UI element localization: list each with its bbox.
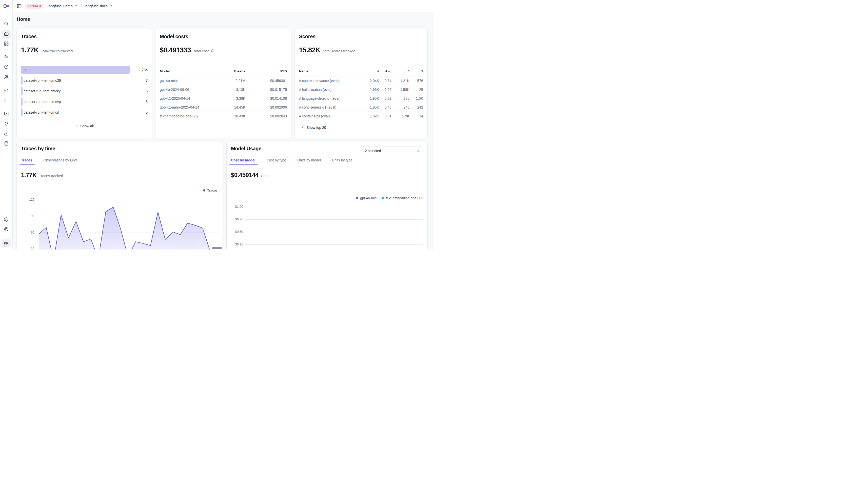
dashboard-grid-icon: [4, 41, 9, 47]
traces-tracked-label: Traces tracked: [39, 174, 63, 178]
legend-dot: [382, 197, 384, 199]
chevrons-up-down-icon: [416, 149, 420, 153]
tab-traces[interactable]: Traces: [20, 158, 35, 165]
sidebar-item-settings[interactable]: [2, 215, 11, 224]
model-costs-card: Model costs $0.491333 Total cost ModelTo…: [155, 29, 292, 138]
tab-cost-by-type[interactable]: Cost by type: [264, 158, 289, 165]
users-icon: [4, 74, 9, 81]
usage-cost-label: Cost: [261, 174, 269, 178]
bar: [21, 98, 23, 106]
sidebar: FK: [0, 0, 13, 250]
sidebar-item-tracing[interactable]: [2, 53, 11, 62]
sidebar-item-llm-as-a-judge[interactable]: [2, 120, 11, 129]
scores-table: Name#Avg01 # contextrelevance (eval)2.04…: [299, 69, 423, 120]
sidebar-item-datasets[interactable]: [2, 139, 11, 148]
table-row: gpt-4.1-nano-2025-04-1414.45K$0.002906: [160, 103, 287, 112]
sidebar-item-sessions[interactable]: [2, 63, 11, 72]
table-row: # conciseness-v1 (eval)1.95K0.48240242: [299, 103, 423, 112]
usage-line-series: [246, 202, 423, 250]
list-item: qa 1,736: [21, 66, 147, 74]
list-item: dataset-run-item-cmcjf 5: [21, 108, 147, 117]
traces-total: 1.77K: [21, 46, 39, 54]
sidebar-item-search[interactable]: [2, 20, 11, 29]
clock-icon: [4, 64, 9, 70]
breadcrumb-separator: /: [81, 3, 82, 9]
database-icon: [4, 141, 9, 147]
user-avatar[interactable]: FK: [2, 239, 11, 247]
traces-tracked: 1.77K: [21, 172, 37, 179]
list-item: dataset-run-item-cmc29 7: [21, 76, 147, 85]
list-item: dataset-run-item-cmcvp 5: [21, 98, 147, 106]
show-all-button[interactable]: Show all: [75, 124, 94, 128]
tab-units-by-type[interactable]: Units by type: [330, 158, 355, 165]
model-filter-select[interactable]: 2 selected: [361, 146, 423, 155]
sidebar-item-evaluation[interactable]: [2, 110, 11, 119]
tab-observations-by-level[interactable]: Observations by Level: [41, 158, 81, 165]
tab-cost-by-model[interactable]: Cost by model: [229, 158, 258, 165]
total-cost: $0.491333: [160, 46, 191, 54]
traces-by-time-chart: 120 90 60 30: [21, 195, 217, 250]
percent-card-icon: [4, 111, 9, 117]
traces-total-label: Total traces tracked: [41, 49, 73, 53]
traces-area-series: [39, 195, 217, 250]
clipboard-pen-icon: [4, 131, 9, 137]
search-icon: [4, 21, 9, 27]
bar: [21, 76, 23, 85]
card-title: Traces: [21, 34, 147, 39]
topbar: PROD-EU Langfuse Demo / langfuse-docs: [13, 0, 434, 12]
table-row: gpt-4o-mini2.21M$0.456301: [160, 76, 287, 85]
scores-total: 15.82K: [299, 46, 320, 54]
total-cost-label: Total cost: [193, 49, 209, 53]
usage-cost: $0.459144: [231, 172, 259, 179]
terminal-icon: [4, 98, 9, 104]
chevron-down-icon: [109, 4, 112, 8]
table-row: text-embedding-ada-00228.43K$0.002843: [160, 112, 287, 120]
sidebar-item-annotation-queues[interactable]: [2, 130, 11, 139]
table-row: # contains-pii (eval)1.92K0.011.9K14: [299, 112, 423, 120]
sidebar-item-playground[interactable]: [2, 96, 11, 106]
sidebar-item-users[interactable]: [2, 73, 11, 82]
project-switcher[interactable]: langfuse-docs: [85, 4, 112, 8]
sidebar-item-support[interactable]: [2, 225, 11, 234]
traces-bar-list: qa 1,736 dataset-run-item-cmc29 7 datase…: [21, 66, 147, 119]
legend-dot: [356, 197, 358, 199]
table-row: # language-detector (eval)1.95K0.823551.…: [299, 94, 423, 103]
horizontal-scrollbar-thumb[interactable]: [212, 247, 222, 249]
main-column: PROD-EU Langfuse Demo / langfuse-docs Ho…: [13, 0, 434, 250]
list-tree-icon: [4, 54, 9, 60]
table-row: # contextrelevance (eval)2.04K0.341.21K5…: [299, 76, 423, 85]
tab-units-by-model[interactable]: Units by model: [295, 158, 323, 165]
list-item: dataset-run-item-cmcky 5: [21, 87, 147, 95]
legend-dot: [203, 189, 205, 192]
table-header: Name#Avg01: [299, 69, 423, 76]
sidebar-item-dashboards[interactable]: [2, 39, 11, 49]
chevron-down-icon: [75, 124, 78, 128]
card-title: Traces by time: [21, 146, 217, 151]
traces-card: Traces 1.77K Total traces tracked qa 1,7…: [16, 29, 152, 138]
sidebar-item-prompts[interactable]: [2, 87, 11, 96]
org-switcher[interactable]: Langfuse Demo: [47, 4, 77, 8]
file-code-icon: [4, 88, 9, 94]
show-top-20-button[interactable]: Show top 20: [301, 125, 326, 130]
bar: [21, 108, 23, 117]
page-title: Home: [17, 16, 30, 22]
table-row: # hallucination (eval)1.96K0.051.58K25: [299, 85, 423, 94]
lifebuoy-icon: [4, 227, 9, 233]
panel-left-toggle-icon[interactable]: [17, 3, 22, 9]
sidebar-item-home[interactable]: [2, 29, 11, 39]
chart-legend: Traces: [203, 188, 217, 192]
model-usage-tabs: Cost by model Cost by type Units by mode…: [231, 158, 423, 165]
home-icon: [4, 31, 9, 37]
traces-by-time-card: Traces by time Traces Observations by Le…: [16, 141, 222, 250]
chevron-down-icon: [74, 4, 78, 8]
model-costs-table: ModelTokensUSD gpt-4o-mini2.21M$0.456301…: [160, 69, 287, 120]
model-usage-chart: $1.00 $0.75 $0.50 $0.25: [231, 202, 423, 250]
langfuse-logo-icon[interactable]: [3, 3, 10, 9]
table-row: gpt-4.1-2025-04-143.38K$0.014108: [160, 94, 287, 103]
bar: [21, 66, 130, 74]
traces-by-time-tabs: Traces Observations by Level: [21, 158, 217, 165]
project-name: langfuse-docs: [85, 4, 108, 8]
environment-badge: PROD-EU: [25, 3, 44, 9]
gear-icon: [4, 217, 9, 223]
info-icon[interactable]: [211, 49, 214, 53]
